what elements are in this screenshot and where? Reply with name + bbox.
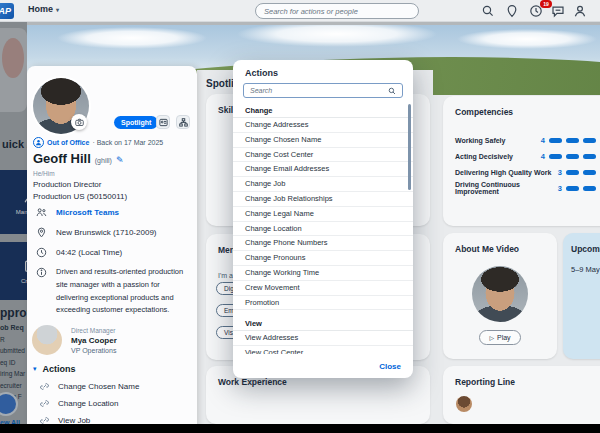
- link-icon: [40, 382, 49, 391]
- chevron-down-icon: ▾: [33, 365, 37, 373]
- dialog-action-item[interactable]: Promotion: [233, 296, 413, 311]
- badge-card-button[interactable]: [156, 115, 170, 129]
- direct-manager-block[interactable]: Direct Manager Mya Cooper VP Operations: [32, 325, 117, 355]
- manager-title: VP Operations: [71, 347, 117, 354]
- letterbox-bar: [0, 424, 600, 433]
- competencies-card[interactable]: Competencies Working Safely4Acting Decis…: [443, 96, 600, 226]
- competency-row: Driving Continuous Improvement3: [455, 180, 600, 196]
- card-title: Competencies: [455, 107, 513, 117]
- local-time-row: 04:42 (Local Time): [36, 247, 122, 258]
- competency-row: Working Safely4: [455, 133, 600, 149]
- rating-segment: [566, 154, 579, 159]
- about-me-video-card[interactable]: About Me Video ▷ Play: [443, 233, 557, 359]
- competency-rating-bar: [566, 186, 600, 191]
- competency-rows: Working Safely4Acting Decisively4Deliver…: [455, 133, 600, 196]
- dialog-search-placeholder: Search: [250, 87, 388, 94]
- dialog-action-item[interactable]: Change Working Time: [233, 266, 413, 281]
- play-icon: ▷: [489, 334, 494, 341]
- reporting-line-avatar: [456, 396, 472, 412]
- home-menu[interactable]: Home▾: [28, 4, 59, 14]
- scrollbar-thumb[interactable]: [408, 104, 411, 190]
- profile-action-item[interactable]: Change Chosen Name: [40, 378, 139, 395]
- person-clock-icon: [35, 139, 42, 146]
- play-label: Play: [497, 334, 511, 341]
- dialog-action-item[interactable]: Change Chosen Name: [233, 133, 413, 148]
- search-icon[interactable]: [481, 4, 495, 18]
- teams-row[interactable]: Microsoft Teams: [36, 207, 119, 218]
- profile-panel: Spotlight Out of Office · Back on 17 Mar…: [27, 66, 197, 433]
- competency-row: Acting Decisively4: [455, 149, 600, 165]
- video-thumbnail-avatar: [472, 266, 528, 322]
- dialog-action-item[interactable]: Change Legal Name: [233, 207, 413, 222]
- play-button[interactable]: ▷ Play: [479, 330, 521, 345]
- out-of-office-status: Out of Office · Back on 17 Mar 2025: [33, 137, 163, 148]
- card-title: Upcoming: [571, 244, 600, 254]
- pin-icon[interactable]: [505, 4, 519, 18]
- global-search-input[interactable]: Search for actions or people: [255, 3, 419, 19]
- dialog-search-input[interactable]: Search: [243, 83, 403, 98]
- actions-dialog: Actions Search ChangeChange AddressesCha…: [233, 60, 413, 378]
- rating-segment: [583, 138, 596, 143]
- ooo-detail: · Back on 17 Mar 2025: [92, 139, 163, 146]
- manager-name: Mya Cooper: [71, 336, 117, 345]
- dialog-action-item[interactable]: Change Email Addresses: [233, 162, 413, 177]
- dialog-action-item[interactable]: Change Pronouns: [233, 251, 413, 266]
- dialog-action-item[interactable]: Change Job: [233, 177, 413, 192]
- dialog-action-item[interactable]: View Cost Center: [233, 346, 413, 354]
- card-title: About Me Video: [455, 244, 519, 254]
- rating-segment: [583, 170, 596, 175]
- profile-action-item[interactable]: Change Location: [40, 395, 139, 412]
- info-icon: [36, 267, 47, 278]
- location-pin-icon: [36, 227, 47, 238]
- sap-logo: SAP: [0, 3, 14, 19]
- dialog-action-item[interactable]: View Addresses: [233, 331, 413, 346]
- manager-avatar: [32, 325, 62, 355]
- dialog-action-list: ChangeChange AddressesChange Chosen Name…: [233, 103, 413, 354]
- bio-row: Driven and results-oriented production s…: [36, 266, 190, 317]
- competency-rating-bar: [566, 170, 600, 175]
- microsoft-teams-icon: [36, 207, 47, 218]
- competency-rating-bar: [549, 154, 600, 159]
- dialog-action-item[interactable]: Crew Movement: [233, 281, 413, 296]
- change-photo-button[interactable]: [71, 114, 87, 130]
- rating-segment: [566, 138, 579, 143]
- competency-label: Acting Decisively: [455, 153, 541, 160]
- search-icon: [388, 87, 396, 95]
- edit-name-icon[interactable]: ✎: [116, 155, 124, 165]
- dialog-action-item[interactable]: Change Phone Numbers: [233, 236, 413, 251]
- profile-actions-header[interactable]: ▾ Actions: [33, 364, 76, 374]
- profile-org: Production US (50150011): [33, 192, 127, 201]
- rating-segment: [549, 138, 562, 143]
- feedback-chat-icon[interactable]: [551, 4, 565, 18]
- ooo-label: Out of Office: [47, 139, 89, 146]
- teams-link[interactable]: Microsoft Teams: [56, 208, 119, 217]
- manager-label: Direct Manager: [71, 327, 117, 334]
- profile-icon[interactable]: [573, 4, 587, 18]
- dialog-action-item[interactable]: Change Location: [233, 222, 413, 237]
- clock-icon: [36, 247, 47, 258]
- org-chart-button[interactable]: [176, 115, 190, 129]
- top-bar: SAP Home▾ Search for actions or people 1…: [0, 0, 600, 22]
- dialog-footer: Close: [233, 354, 413, 378]
- upcoming-card[interactable]: Upcoming 5–9 May: [563, 233, 600, 359]
- competency-rating-value: 4: [541, 152, 545, 161]
- rating-segment: [583, 154, 596, 159]
- actions-header-label: Actions: [43, 364, 76, 374]
- dialog-action-item[interactable]: Change Addresses: [233, 118, 413, 133]
- competency-rating-value: 4: [541, 136, 545, 145]
- competency-label: Working Safely: [455, 137, 541, 144]
- reporting-line-card[interactable]: Reporting Line: [443, 366, 600, 424]
- dialog-action-item[interactable]: Change Cost Center: [233, 148, 413, 163]
- location-row: New Brunswick (1710-2009): [36, 227, 157, 238]
- spotlight-button[interactable]: Spotlight: [114, 116, 158, 129]
- profile-action-label: Change Location: [58, 399, 119, 408]
- camera-icon: [75, 118, 84, 127]
- dialog-group-header: View: [233, 316, 413, 331]
- local-time-text: 04:42 (Local Time): [56, 248, 122, 257]
- dialog-action-item[interactable]: Change Job Relationships: [233, 192, 413, 207]
- profile-name: Geoff Hill: [33, 151, 91, 166]
- profile-username: (ghill): [95, 157, 112, 164]
- close-button[interactable]: Close: [379, 362, 401, 371]
- rating-segment: [566, 170, 579, 175]
- link-icon: [40, 399, 49, 408]
